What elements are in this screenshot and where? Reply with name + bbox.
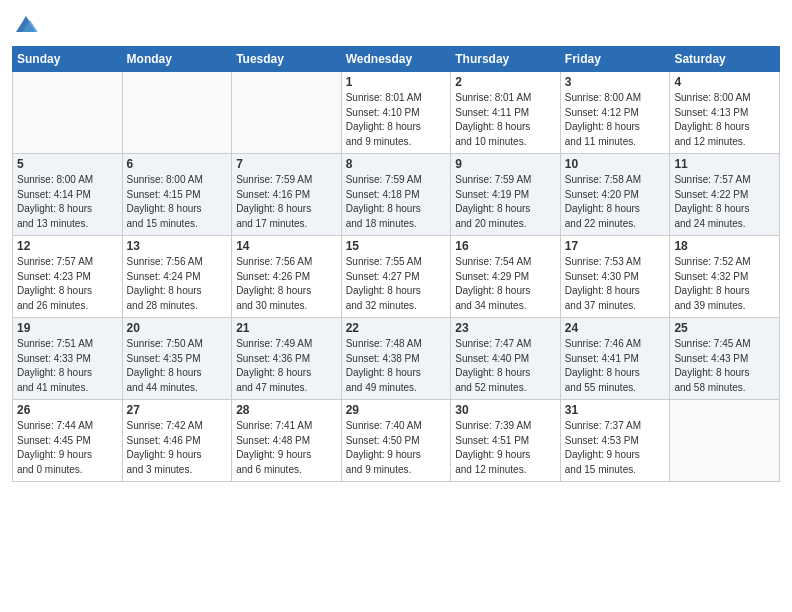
calendar-cell: 25Sunrise: 7:45 AM Sunset: 4:43 PM Dayli… <box>670 318 780 400</box>
calendar-cell <box>670 400 780 482</box>
day-info: Sunrise: 7:53 AM Sunset: 4:30 PM Dayligh… <box>565 255 666 313</box>
day-number: 25 <box>674 321 775 335</box>
weekday-header-wednesday: Wednesday <box>341 47 451 72</box>
calendar-cell: 8Sunrise: 7:59 AM Sunset: 4:18 PM Daylig… <box>341 154 451 236</box>
calendar-cell: 28Sunrise: 7:41 AM Sunset: 4:48 PM Dayli… <box>232 400 342 482</box>
day-info: Sunrise: 7:41 AM Sunset: 4:48 PM Dayligh… <box>236 419 337 477</box>
logo-icon <box>12 10 40 38</box>
day-number: 14 <box>236 239 337 253</box>
weekday-header-tuesday: Tuesday <box>232 47 342 72</box>
day-number: 8 <box>346 157 447 171</box>
day-number: 17 <box>565 239 666 253</box>
calendar-page: SundayMondayTuesdayWednesdayThursdayFrid… <box>0 0 792 612</box>
day-info: Sunrise: 7:59 AM Sunset: 4:19 PM Dayligh… <box>455 173 556 231</box>
weekday-header-thursday: Thursday <box>451 47 561 72</box>
day-number: 15 <box>346 239 447 253</box>
calendar-cell: 17Sunrise: 7:53 AM Sunset: 4:30 PM Dayli… <box>560 236 670 318</box>
day-info: Sunrise: 7:59 AM Sunset: 4:16 PM Dayligh… <box>236 173 337 231</box>
day-number: 26 <box>17 403 118 417</box>
calendar-cell: 21Sunrise: 7:49 AM Sunset: 4:36 PM Dayli… <box>232 318 342 400</box>
day-info: Sunrise: 7:47 AM Sunset: 4:40 PM Dayligh… <box>455 337 556 395</box>
day-number: 29 <box>346 403 447 417</box>
calendar-cell: 9Sunrise: 7:59 AM Sunset: 4:19 PM Daylig… <box>451 154 561 236</box>
calendar-cell: 16Sunrise: 7:54 AM Sunset: 4:29 PM Dayli… <box>451 236 561 318</box>
calendar-cell: 7Sunrise: 7:59 AM Sunset: 4:16 PM Daylig… <box>232 154 342 236</box>
calendar-cell: 31Sunrise: 7:37 AM Sunset: 4:53 PM Dayli… <box>560 400 670 482</box>
day-info: Sunrise: 7:59 AM Sunset: 4:18 PM Dayligh… <box>346 173 447 231</box>
day-number: 6 <box>127 157 228 171</box>
day-info: Sunrise: 7:56 AM Sunset: 4:26 PM Dayligh… <box>236 255 337 313</box>
logo <box>12 10 44 38</box>
calendar-cell: 3Sunrise: 8:00 AM Sunset: 4:12 PM Daylig… <box>560 72 670 154</box>
weekday-header-sunday: Sunday <box>13 47 123 72</box>
day-info: Sunrise: 7:44 AM Sunset: 4:45 PM Dayligh… <box>17 419 118 477</box>
calendar-cell: 19Sunrise: 7:51 AM Sunset: 4:33 PM Dayli… <box>13 318 123 400</box>
day-info: Sunrise: 7:52 AM Sunset: 4:32 PM Dayligh… <box>674 255 775 313</box>
calendar-cell: 10Sunrise: 7:58 AM Sunset: 4:20 PM Dayli… <box>560 154 670 236</box>
day-number: 7 <box>236 157 337 171</box>
day-info: Sunrise: 8:00 AM Sunset: 4:14 PM Dayligh… <box>17 173 118 231</box>
day-number: 23 <box>455 321 556 335</box>
calendar-cell: 12Sunrise: 7:57 AM Sunset: 4:23 PM Dayli… <box>13 236 123 318</box>
day-number: 24 <box>565 321 666 335</box>
day-number: 10 <box>565 157 666 171</box>
calendar-cell <box>13 72 123 154</box>
day-info: Sunrise: 7:39 AM Sunset: 4:51 PM Dayligh… <box>455 419 556 477</box>
day-info: Sunrise: 7:42 AM Sunset: 4:46 PM Dayligh… <box>127 419 228 477</box>
weekday-header-row: SundayMondayTuesdayWednesdayThursdayFrid… <box>13 47 780 72</box>
day-number: 22 <box>346 321 447 335</box>
calendar-table: SundayMondayTuesdayWednesdayThursdayFrid… <box>12 46 780 482</box>
day-number: 16 <box>455 239 556 253</box>
week-row-4: 19Sunrise: 7:51 AM Sunset: 4:33 PM Dayli… <box>13 318 780 400</box>
day-info: Sunrise: 7:56 AM Sunset: 4:24 PM Dayligh… <box>127 255 228 313</box>
weekday-header-saturday: Saturday <box>670 47 780 72</box>
week-row-5: 26Sunrise: 7:44 AM Sunset: 4:45 PM Dayli… <box>13 400 780 482</box>
day-number: 13 <box>127 239 228 253</box>
calendar-cell: 14Sunrise: 7:56 AM Sunset: 4:26 PM Dayli… <box>232 236 342 318</box>
calendar-cell: 5Sunrise: 8:00 AM Sunset: 4:14 PM Daylig… <box>13 154 123 236</box>
day-info: Sunrise: 7:57 AM Sunset: 4:22 PM Dayligh… <box>674 173 775 231</box>
calendar-cell: 2Sunrise: 8:01 AM Sunset: 4:11 PM Daylig… <box>451 72 561 154</box>
day-info: Sunrise: 8:00 AM Sunset: 4:15 PM Dayligh… <box>127 173 228 231</box>
day-info: Sunrise: 7:55 AM Sunset: 4:27 PM Dayligh… <box>346 255 447 313</box>
calendar-cell: 13Sunrise: 7:56 AM Sunset: 4:24 PM Dayli… <box>122 236 232 318</box>
calendar-cell: 6Sunrise: 8:00 AM Sunset: 4:15 PM Daylig… <box>122 154 232 236</box>
day-info: Sunrise: 8:01 AM Sunset: 4:11 PM Dayligh… <box>455 91 556 149</box>
calendar-cell: 24Sunrise: 7:46 AM Sunset: 4:41 PM Dayli… <box>560 318 670 400</box>
calendar-cell: 4Sunrise: 8:00 AM Sunset: 4:13 PM Daylig… <box>670 72 780 154</box>
calendar-cell: 29Sunrise: 7:40 AM Sunset: 4:50 PM Dayli… <box>341 400 451 482</box>
calendar-cell: 15Sunrise: 7:55 AM Sunset: 4:27 PM Dayli… <box>341 236 451 318</box>
day-info: Sunrise: 7:37 AM Sunset: 4:53 PM Dayligh… <box>565 419 666 477</box>
calendar-cell: 22Sunrise: 7:48 AM Sunset: 4:38 PM Dayli… <box>341 318 451 400</box>
day-number: 19 <box>17 321 118 335</box>
calendar-cell: 30Sunrise: 7:39 AM Sunset: 4:51 PM Dayli… <box>451 400 561 482</box>
calendar-cell: 11Sunrise: 7:57 AM Sunset: 4:22 PM Dayli… <box>670 154 780 236</box>
calendar-cell: 26Sunrise: 7:44 AM Sunset: 4:45 PM Dayli… <box>13 400 123 482</box>
calendar-cell: 20Sunrise: 7:50 AM Sunset: 4:35 PM Dayli… <box>122 318 232 400</box>
calendar-cell <box>122 72 232 154</box>
week-row-2: 5Sunrise: 8:00 AM Sunset: 4:14 PM Daylig… <box>13 154 780 236</box>
day-number: 20 <box>127 321 228 335</box>
day-number: 12 <box>17 239 118 253</box>
day-info: Sunrise: 7:46 AM Sunset: 4:41 PM Dayligh… <box>565 337 666 395</box>
day-info: Sunrise: 7:58 AM Sunset: 4:20 PM Dayligh… <box>565 173 666 231</box>
day-info: Sunrise: 7:50 AM Sunset: 4:35 PM Dayligh… <box>127 337 228 395</box>
calendar-cell: 27Sunrise: 7:42 AM Sunset: 4:46 PM Dayli… <box>122 400 232 482</box>
day-number: 9 <box>455 157 556 171</box>
day-info: Sunrise: 7:51 AM Sunset: 4:33 PM Dayligh… <box>17 337 118 395</box>
day-number: 31 <box>565 403 666 417</box>
calendar-cell: 18Sunrise: 7:52 AM Sunset: 4:32 PM Dayli… <box>670 236 780 318</box>
day-info: Sunrise: 8:01 AM Sunset: 4:10 PM Dayligh… <box>346 91 447 149</box>
calendar-cell: 1Sunrise: 8:01 AM Sunset: 4:10 PM Daylig… <box>341 72 451 154</box>
day-info: Sunrise: 8:00 AM Sunset: 4:12 PM Dayligh… <box>565 91 666 149</box>
day-number: 5 <box>17 157 118 171</box>
weekday-header-monday: Monday <box>122 47 232 72</box>
weekday-header-friday: Friday <box>560 47 670 72</box>
day-number: 1 <box>346 75 447 89</box>
day-number: 11 <box>674 157 775 171</box>
day-info: Sunrise: 7:49 AM Sunset: 4:36 PM Dayligh… <box>236 337 337 395</box>
day-info: Sunrise: 7:48 AM Sunset: 4:38 PM Dayligh… <box>346 337 447 395</box>
week-row-3: 12Sunrise: 7:57 AM Sunset: 4:23 PM Dayli… <box>13 236 780 318</box>
day-info: Sunrise: 7:40 AM Sunset: 4:50 PM Dayligh… <box>346 419 447 477</box>
day-number: 3 <box>565 75 666 89</box>
